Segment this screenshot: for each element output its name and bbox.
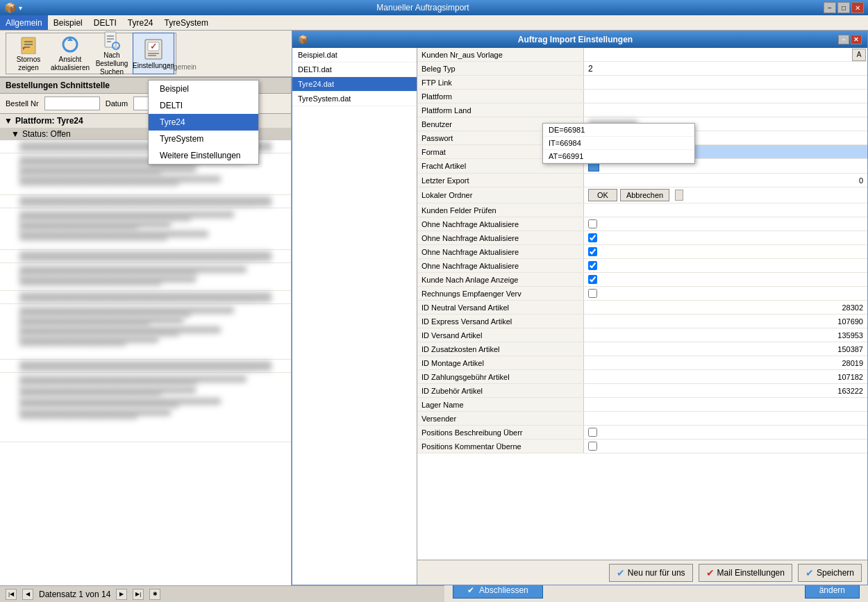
ansicht-label: Ansichtaktualisieren [51, 56, 90, 72]
ohne-nachfrage-3-value [584, 245, 867, 258]
dialog-minimize-button[interactable]: − [838, 35, 849, 44]
mail-icon: ✔ [706, 567, 715, 578]
table-row[interactable]: ████████████████████████████████████████ [0, 195, 291, 208]
row-content: █████████████████████████████ [19, 307, 234, 314]
pos-komm-checkbox[interactable] [588, 442, 597, 451]
svg-line-10 [117, 47, 119, 49]
speichern-label: Speichern [817, 568, 854, 578]
kunden-a-button[interactable]: A [852, 49, 866, 61]
menu-item-allgemein[interactable]: Allgemein [0, 15, 48, 30]
row-content: █████████████████████████ [19, 231, 208, 237]
popup-item-at[interactable]: AT=66991 [543, 150, 694, 163]
file-item-tyre24[interactable]: Tyre24.dat [292, 77, 417, 92]
nav-first-button[interactable]: |◀ [6, 589, 17, 600]
dropdown-tyre24[interactable]: Tyre24 [149, 114, 258, 131]
pos-beschr-value [584, 426, 867, 439]
nav-add-button[interactable]: ✱ [149, 589, 160, 600]
table-row[interactable]: ████████████████████████████████████████ [0, 250, 291, 263]
dropdown-tyresystem[interactable]: TyreSystem [149, 131, 258, 147]
popup-item-it[interactable]: IT=66984 [543, 137, 694, 150]
file-item-delti[interactable]: DELTI.dat [292, 62, 417, 77]
row-content: ██████████████████████████████ [19, 266, 247, 273]
rechnungs-checkbox[interactable] [588, 289, 597, 298]
ansicht-button[interactable]: Ansichtaktualisieren [49, 33, 91, 74]
stornos-label: Stornoszeigen [17, 56, 40, 72]
nav-last-button[interactable]: ▶| [133, 589, 144, 600]
versender-value [584, 412, 867, 425]
close-button[interactable]: ✕ [851, 2, 864, 13]
table-row[interactable]: ████████████████████████████████████████ [0, 291, 291, 304]
dialog-close-button[interactable]: ✕ [851, 35, 862, 44]
minimize-button[interactable]: − [824, 2, 836, 13]
ohne-nachfrage-1-checkbox[interactable] [588, 219, 597, 228]
app-icon: 📦 [4, 2, 16, 13]
table-row[interactable]: ████████████████████████████████████████ [0, 360, 291, 373]
settings-row-versender: Versender [417, 412, 867, 426]
svg-rect-5 [105, 32, 116, 47]
aendern-label: ändern [819, 585, 845, 595]
datum-label: Datum [106, 99, 128, 108]
file-item-beispiel[interactable]: Beispiel.dat [292, 48, 417, 62]
bestellung-label: Nach BestellungSuchen [94, 51, 129, 76]
table-row[interactable]: ██████████████████████████████ █████████… [0, 373, 291, 442]
row-content: ████████████████████████████████████████ [19, 361, 272, 371]
ohne-nachfrage-4-checkbox[interactable] [588, 261, 597, 270]
pos-beschr-checkbox[interactable] [588, 428, 597, 437]
settings-row-plattform-land: Plattform Land [417, 103, 867, 117]
row-content: ████████████████████ [19, 409, 171, 416]
table-row[interactable]: █████████████████████████████ ██████████… [0, 304, 291, 360]
settings-icon: ✓ [142, 38, 165, 60]
ordner-expand[interactable] [675, 190, 683, 201]
popup-item-de[interactable]: DE=66981 [543, 124, 694, 137]
row-content: ████████████████████ [19, 221, 171, 228]
ok-button[interactable]: OK [588, 189, 617, 201]
ohne-nachfrage-3-checkbox[interactable] [588, 247, 597, 256]
rechnungs-label: Rechnungs Empfaenger Verv [417, 287, 584, 300]
speichern-button[interactable]: ✔ Speichern [798, 564, 862, 582]
id-montage-value: 28019 [584, 356, 867, 369]
menu-item-tyre24[interactable]: Tyre24 [122, 15, 159, 30]
status-bar: |◀ ◀ Datensatz 1 von 14 ▶ ▶| ✱ ✔ Abschli… [0, 585, 868, 602]
table-row[interactable]: ██████████████████████████████ █████████… [0, 263, 291, 291]
stornos-icon [17, 35, 40, 54]
bestell-input[interactable] [44, 97, 100, 110]
dropdown-delti[interactable]: DELTI [149, 97, 258, 114]
bestellung-button[interactable]: Nach BestellungSuchen [91, 33, 133, 74]
platform-label: Plattform: Tyre24 [15, 116, 83, 126]
table-row[interactable]: █████████████████████████████ ██████████… [0, 208, 291, 250]
neu-nur-button[interactable]: ✔ Neu nur für uns [609, 564, 693, 582]
nav-prev-button[interactable]: ◀ [22, 589, 33, 600]
id-zahlung-label: ID Zahlungsgebühr Artikel [417, 370, 584, 383]
dropdown-weitere[interactable]: Weitere Einstellungen [149, 147, 258, 164]
svg-rect-0 [22, 37, 35, 54]
menu-item-delti[interactable]: DELTI [88, 15, 122, 30]
abbrechen-button[interactable]: Abbrechen [620, 189, 669, 201]
lokaler-ordner-value: OK Abbrechen [584, 187, 867, 203]
mail-einstellungen-button[interactable]: ✔ Mail Einstellungen [699, 564, 792, 582]
expand-icon: ▼ [4, 116, 12, 126]
id-zusatz-value: 150387 [584, 342, 867, 356]
nav-next-button[interactable]: ▶ [116, 589, 127, 600]
menu-item-beispiel[interactable]: Beispiel [48, 15, 88, 30]
id-zubehoer-value: 163222 [584, 384, 867, 397]
mail-label: Mail Einstellungen [717, 568, 785, 578]
settings-row-letzter-export: Letzter Export 0 [417, 174, 867, 187]
tree-content: ▼ Plattform: Tyre24 ▼ Status: Offen ████… [0, 114, 291, 585]
ftp-value [584, 76, 867, 89]
id-montage-label: ID Montage Artikel [417, 356, 584, 369]
settings-row-kunde-anlage: Kunde Nach Anlage Anzeige [417, 273, 867, 287]
file-item-tyresystem[interactable]: TyreSystem.dat [292, 92, 417, 106]
settings-row-pos-beschr: Positions Beschreibung Überr [417, 426, 867, 440]
ohne-nachfrage-4-label: Ohne Nachfrage Aktualisiere [417, 259, 584, 272]
maximize-button[interactable]: □ [837, 2, 850, 13]
rechnungs-value [584, 287, 867, 300]
ohne-nachfrage-2-checkbox[interactable] [588, 233, 597, 242]
kunde-anlage-checkbox[interactable] [588, 275, 597, 284]
beleg-value[interactable]: 2 [584, 62, 867, 75]
dropdown-beispiel[interactable]: Beispiel [149, 81, 258, 97]
status-text: Datensatz 1 von 14 [39, 590, 110, 599]
lokaler-ordner-label: Lokaler Ordner [417, 187, 584, 203]
kunden-value: A [584, 48, 867, 61]
menu-item-tyresystem[interactable]: TyreSystem [159, 15, 214, 30]
stornos-button[interactable]: Stornoszeigen [8, 33, 49, 74]
